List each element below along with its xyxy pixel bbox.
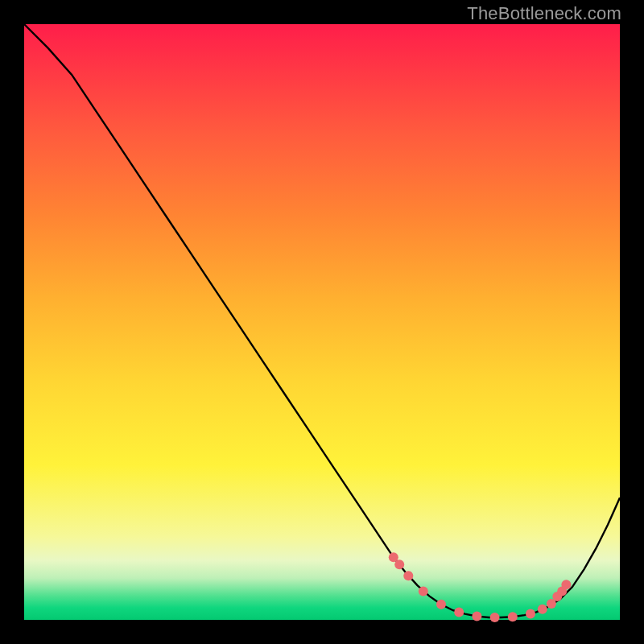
highlight-marker	[394, 559, 404, 569]
highlight-marker	[490, 613, 500, 622]
highlight-marker	[403, 571, 413, 580]
highlight-markers	[389, 552, 572, 622]
watermark-text: TheBottleneck.com	[467, 3, 621, 24]
highlight-marker	[508, 612, 518, 621]
highlight-marker	[538, 605, 547, 614]
highlight-marker	[472, 612, 481, 621]
plot-area	[24, 24, 620, 620]
highlight-marker	[419, 587, 428, 597]
curve-line	[24, 24, 620, 617]
highlight-marker	[436, 600, 446, 609]
highlight-marker	[454, 607, 464, 617]
highlight-marker	[561, 580, 571, 589]
chart-frame: TheBottleneck.com	[0, 0, 644, 644]
chart-svg	[24, 24, 620, 620]
highlight-marker	[526, 609, 535, 619]
